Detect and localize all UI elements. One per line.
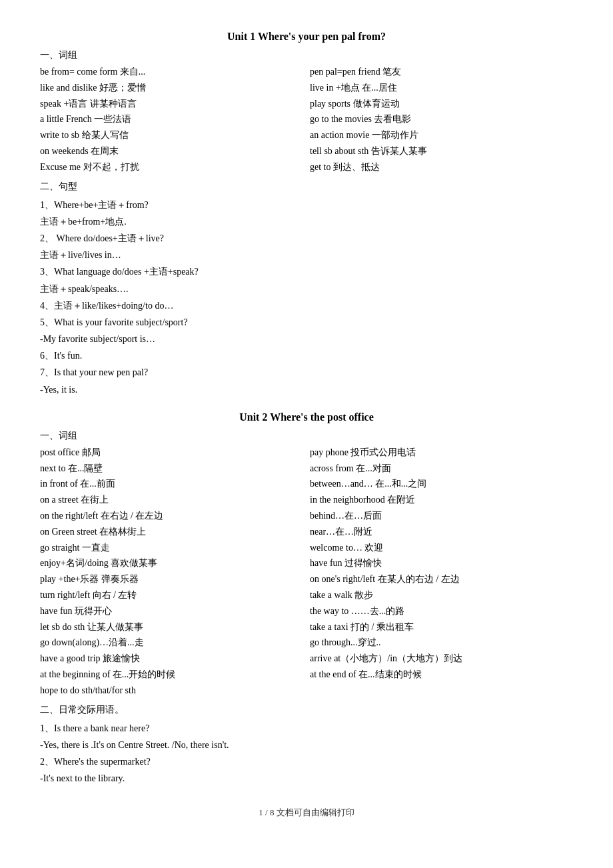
unit2-vocab-right-item-13: arrive at（小地方）/in（大地方）到达	[310, 651, 573, 667]
unit1-vocab-left-item-4: write to sb 给某人写信	[40, 127, 303, 143]
unit1-grammar-item-4: 3、What language do/does +主语+speak?	[40, 263, 573, 280]
unit1-grammar-item-5: 主语＋speak/speaks….	[40, 281, 573, 297]
unit2-vocab-left: post office 邮局next to 在...隔壁in front of …	[40, 445, 303, 699]
unit1-vocab-left-item-6: Excuse me 对不起，打扰	[40, 159, 303, 175]
unit2-section1-header: 一、词组	[40, 430, 573, 442]
unit2-vocab-left-item-14: at the beginning of 在...开始的时候	[40, 667, 303, 683]
unit2-vocab-left-item-6: go straight 一直走	[40, 540, 303, 556]
unit2-vocab-right-item-0: pay phone 投币式公用电话	[310, 445, 573, 461]
unit1-vocab-left: be from= come form 来自...like and dislike…	[40, 64, 303, 175]
unit2-vocab-right: pay phone 投币式公用电话across from 在...对面betwe…	[310, 445, 573, 699]
unit2-vocab-left-item-2: in front of 在...前面	[40, 476, 303, 492]
unit1-section2-header: 二、句型	[40, 181, 573, 193]
unit1-vocab-grid: be from= come form 来自...like and dislike…	[40, 64, 573, 175]
unit2-vocab-left-item-4: on the right/left 在右边 / 在左边	[40, 508, 303, 524]
unit2-vocab-right-item-14: at the end of 在...结束的时候	[310, 667, 573, 683]
unit2-vocab-left-item-10: have fun 玩得开心	[40, 603, 303, 619]
unit1-vocab-left-item-2: speak +语言 讲某种语言	[40, 96, 303, 112]
unit2-vocab-grid: post office 邮局next to 在...隔壁in front of …	[40, 445, 573, 699]
unit2-vocab-right-item-9: take a walk 散步	[310, 587, 573, 603]
unit2-vocab-left-item-15: hope to do sth/that/for sth	[40, 683, 303, 699]
unit2-sentence-item-2: 2、Where's the supermarket?	[40, 753, 573, 770]
unit1-grammar-item-11: -Yes, it is.	[40, 381, 573, 398]
unit1-vocab-right-item-4: an action movie 一部动作片	[310, 127, 573, 143]
unit1-grammar: 1、Where+be+主语＋from?主语＋be+from+地点.2、 Wher…	[40, 197, 573, 398]
unit2-vocab-right-item-6: welcome to… 欢迎	[310, 540, 573, 556]
unit1-vocab-right: pen pal=pen friend 笔友live in +地点 在...居住p…	[310, 64, 573, 175]
unit1-vocab-left-item-3: a little French 一些法语	[40, 111, 303, 127]
unit1-grammar-item-9: 6、It's fun.	[40, 347, 573, 364]
unit2-vocab-left-item-11: let sb do sth 让某人做某事	[40, 619, 303, 635]
unit2-vocab-right-item-5: near…在…附近	[310, 524, 573, 540]
unit1-grammar-item-10: 7、Is that your new pen pal?	[40, 364, 573, 381]
footer: 1 / 8 文档可自由编辑打印	[40, 807, 573, 819]
unit1-vocab-left-item-1: like and dislike 好恶；爱憎	[40, 80, 303, 96]
unit1-grammar-item-6: 4、主语＋like/likes+doing/to do…	[40, 297, 573, 314]
unit1-vocab-right-item-3: go to the movies 去看电影	[310, 111, 573, 127]
unit2-title: Unit 2 Where's the post office	[40, 411, 573, 423]
unit2-vocab-right-item-7: have fun 过得愉快	[310, 555, 573, 571]
unit1-grammar-item-7: 5、What is your favorite subject/sport?	[40, 314, 573, 331]
unit1-vocab-right-item-5: tell sb about sth 告诉某人某事	[310, 143, 573, 159]
unit1-grammar-item-3: 主语＋live/lives in…	[40, 247, 573, 263]
unit2-vocab-left-item-5: on Green street 在格林街上	[40, 524, 303, 540]
unit2-vocab-right-item-2: between…and… 在...和...之间	[310, 476, 573, 492]
unit2-vocab-left-item-3: on a street 在街上	[40, 492, 303, 508]
unit2-vocab-right-item-11: take a taxi 打的 / 乘出租车	[310, 619, 573, 635]
unit1-grammar-item-8: -My favorite subject/sport is…	[40, 331, 573, 347]
unit2-vocab-left-item-0: post office 邮局	[40, 445, 303, 461]
unit2-vocab-left-item-9: turn right/left 向右 / 左转	[40, 587, 303, 603]
unit2-vocab-right-item-10: the way to ……去...的路	[310, 603, 573, 619]
unit1-vocab-left-item-5: on weekends 在周末	[40, 143, 303, 159]
unit1-vocab-left-item-0: be from= come form 来自...	[40, 64, 303, 80]
unit1-vocab-right-item-2: play sports 做体育运动	[310, 96, 573, 112]
unit1-grammar-item-1: 主语＋be+from+地点.	[40, 213, 573, 230]
unit2-vocab-left-item-8: play +the+乐器 弹奏乐器	[40, 571, 303, 587]
unit2-vocab-right-item-3: in the neighborhood 在附近	[310, 492, 573, 508]
unit2-vocab-right-item-12: go through...穿过..	[310, 635, 573, 651]
unit2-vocab-right-item-1: across from 在...对面	[310, 461, 573, 477]
unit2-vocab-left-item-13: have a good trip 旅途愉快	[40, 651, 303, 667]
unit2-vocab-left-item-12: go down(along)…沿着...走	[40, 635, 303, 651]
unit1-title: Unit 1 Where's your pen pal from?	[40, 31, 573, 43]
unit1-section1-header: 一、词组	[40, 49, 573, 61]
unit2-vocab-right-item-4: behind…在…后面	[310, 508, 573, 524]
unit2-vocab-left-item-7: enjoy+名词/doing 喜欢做某事	[40, 555, 303, 571]
unit2-section2-header: 二、日常交际用语。	[40, 704, 573, 716]
unit1-vocab-right-item-6: get to 到达、抵达	[310, 159, 573, 175]
unit2-sentence-item-3: -It's next to the library.	[40, 770, 573, 787]
unit1-grammar-item-2: 2、 Where do/does+主语＋live?	[40, 230, 573, 247]
unit1-vocab-right-item-1: live in +地点 在...居住	[310, 80, 573, 96]
unit1-grammar-item-0: 1、Where+be+主语＋from?	[40, 197, 573, 213]
unit2-vocab-left-item-1: next to 在...隔壁	[40, 461, 303, 477]
unit2-sentence-item-1: -Yes, there is .It's on Centre Street. /…	[40, 737, 573, 753]
unit2-sentence-item-0: 1、Is there a bank near here?	[40, 720, 573, 737]
unit2-sentences: 1、Is there a bank near here?-Yes, there …	[40, 720, 573, 787]
unit1-vocab-right-item-0: pen pal=pen friend 笔友	[310, 64, 573, 80]
unit2-vocab-right-item-8: on one's right/left 在某人的右边 / 左边	[310, 571, 573, 587]
